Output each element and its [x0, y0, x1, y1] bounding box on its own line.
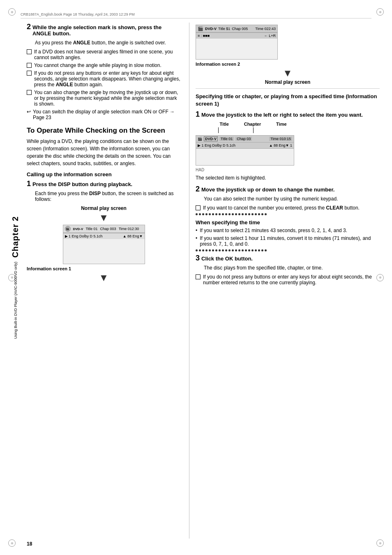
when-bullet-text-1: If you want to select 21 minutes 43 seco… [200, 228, 347, 233]
cancel-checkbox [196, 205, 201, 210]
dot [205, 249, 208, 251]
dot [265, 213, 267, 215]
normal-play-label-right: Normal play screen [196, 79, 380, 85]
diag-title-val: Title 01 [219, 137, 234, 141]
dot [209, 213, 211, 215]
right-step1-row: 1 Move the joystick to the left or right… [196, 110, 380, 120]
step2-number: 2 [27, 23, 31, 31]
screen2-logo: DVD-V [205, 27, 217, 31]
screen1-title: Title 01 [85, 227, 97, 231]
right-step2-number: 2 [196, 185, 200, 193]
cancel-bullet: If you want to cancel the number you ent… [196, 205, 380, 211]
screen2-top-bar: 🎬 DVD-V Title $1 Chap 005 Time 022:43 [196, 25, 277, 32]
dots-row-2 [196, 249, 380, 251]
corner-mark-br: ⊕ [376, 539, 384, 547]
diag-chap-val: Chap 03 [235, 137, 252, 141]
line-1 [218, 127, 219, 133]
divider-line [196, 88, 380, 89]
left-column: 2 While the angle selection mark is show… [27, 23, 187, 539]
info-screen1-caption: Information screen 1 [27, 266, 181, 271]
dot [225, 213, 227, 215]
selected-text: The selected item is highlighted. [196, 174, 380, 182]
dot [251, 249, 254, 251]
step2-header: While the angle selection mark is shown,… [32, 24, 181, 37]
checkbox-icon-1 [27, 49, 32, 54]
dot [261, 249, 263, 251]
right-step1-number: 1 [196, 110, 200, 119]
diagram-labels: Title Chapter Time [196, 122, 294, 127]
arrow-down-2: ▼ [27, 273, 181, 283]
page-header: CRB1887A_English.book Page 18 Thursday, … [21, 12, 371, 18]
when-bullet-2: • If you want to select 1 hour 11 minute… [196, 235, 380, 247]
dot [215, 249, 217, 251]
dot [196, 249, 198, 251]
diagram-lines [196, 127, 294, 133]
bullet-text-4: You can also change the angle by moving … [34, 90, 181, 107]
sidebar-using-label: Using Built-in DVD Player (AVIC-900DVD o… [14, 262, 18, 339]
when-bullet-text-2: If you want to select 1 hour 11 minutes,… [200, 235, 380, 247]
calling-up-title: Calling up the information screen [27, 171, 181, 177]
when-specifying-title: When specifying the time [196, 219, 380, 226]
dot [245, 249, 247, 251]
dot [228, 213, 231, 215]
dot [212, 213, 214, 215]
screen1-lang: ▲ 88 Eng▼ [123, 234, 143, 238]
dot [235, 213, 237, 215]
checkbox-icon-2 [27, 63, 32, 68]
dot [248, 249, 250, 251]
checkbox-icon-3 [27, 71, 32, 76]
dot [219, 249, 221, 251]
dots-row-1 [196, 213, 380, 215]
dot [199, 213, 201, 215]
screen1-time: Time 012:30 [119, 227, 139, 231]
screen2-chap: Chap 005 [232, 27, 248, 31]
press-step1-row: 1 Press the DISP button during playback. [27, 180, 181, 189]
dot [261, 213, 263, 215]
diagram-container: Title Chapter Time 🎬 DVD-V Title 01 Chap… [196, 122, 294, 172]
had-label: HAD [196, 168, 294, 172]
dot [202, 249, 204, 251]
right-column: 🎬 DVD-V Title $1 Chap 005 Time 022:43 ≡ … [191, 23, 380, 539]
specifying-section-head: Specifying title or chapter, or playing … [196, 93, 380, 108]
dot [248, 213, 250, 215]
bullet-item-4: You can also change the angle by moving … [27, 90, 181, 107]
dot [225, 249, 227, 251]
column-divider [189, 23, 189, 539]
dot [242, 249, 244, 251]
screen1-chap: Chap 003 [100, 227, 116, 231]
dot [209, 249, 211, 251]
press-step1-body: Each time you press the DISP button, the… [35, 191, 181, 202]
when-bullet-1: • If you want to select 21 minutes 43 se… [196, 228, 380, 233]
bullet-dot-1: • [196, 228, 197, 233]
dot [265, 249, 267, 251]
diag-bottom2: ▲ 88 Eng▼ 1 [269, 143, 292, 147]
dot [232, 213, 234, 215]
screen2-icon: 🎬 [198, 26, 203, 31]
right-step3-number: 3 [196, 254, 200, 263]
bullet-item-3: If you do not press any buttons or enter… [27, 70, 181, 88]
dot [199, 249, 201, 251]
step2-row: 2 While the angle selection mark is show… [27, 23, 181, 38]
info-screen1-mockup: 🎬 DVD-V Title 01 Chap 003 Time 012:30 ▶ … [63, 225, 145, 264]
page-number: 18 [27, 541, 32, 547]
dot [255, 213, 257, 215]
diagram-title-label: Title [219, 122, 228, 127]
screen1-dvd-logo: DVD-V [73, 227, 83, 231]
arrow-bullet-text: You can switch the display of angle sele… [33, 109, 181, 120]
dot [245, 213, 247, 215]
right-step3-header: Click the OK button. [201, 256, 253, 262]
press-step1-header: Press the DISP button during playback. [32, 181, 132, 187]
dot [228, 249, 231, 251]
dot [205, 213, 208, 215]
diag-time-val: Time 010:15 [269, 137, 292, 141]
diagram-screen-body [196, 149, 294, 165]
section-body: While playing a DVD, the playing conditi… [27, 138, 181, 167]
dot [196, 213, 198, 215]
bullet-text-1: If a DVD does not have several angles fi… [34, 49, 181, 60]
arrow-char: ↩ [27, 109, 31, 115]
screen1-body [63, 239, 145, 264]
info-screen2-caption: Information screen 2 [196, 62, 380, 67]
dot [222, 249, 224, 251]
diagram-time-label: Time [276, 122, 286, 127]
info-screen2-mockup: 🎬 DVD-V Title $1 Chap 005 Time 022:43 ≡ … [196, 25, 278, 60]
